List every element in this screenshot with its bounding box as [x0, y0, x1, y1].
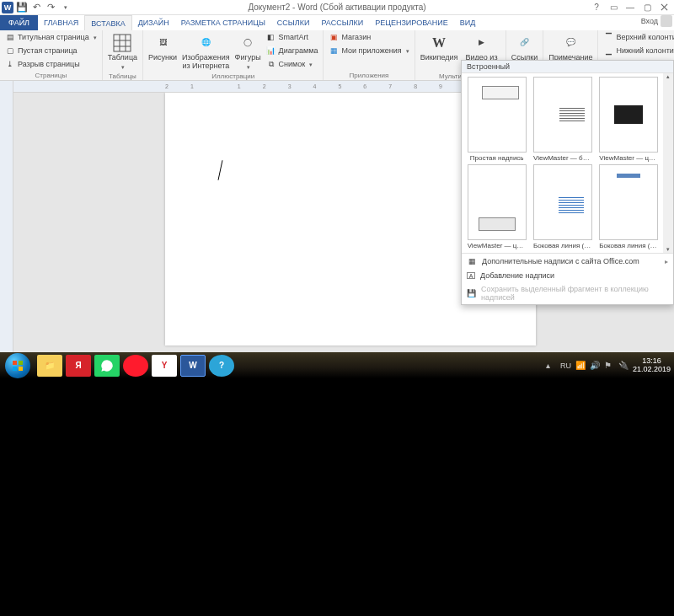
draw-textbox-icon: A [467, 272, 475, 279]
chart-button[interactable]: 📊Диаграмма [265, 46, 320, 57]
group-tables-label: Таблицы [106, 72, 139, 81]
wikipedia-button[interactable]: WВикипедия [419, 32, 460, 64]
wikipedia-icon: W [430, 34, 448, 52]
tab-design[interactable]: ДИЗАЙН [132, 15, 175, 30]
gallery-item-viewmaster-quote-2[interactable]: ViewMaster — цитата... [465, 164, 528, 249]
footer-button[interactable]: ▁Нижний колонтитул [602, 46, 674, 57]
chart-icon: 📊 [266, 46, 276, 56]
svg-rect-9 [19, 361, 23, 365]
online-picture-icon: 🌐 [196, 34, 215, 52]
taskbar-yabrowser[interactable]: Y [152, 355, 177, 377]
minimize-button[interactable]: — [622, 2, 639, 13]
apps-icon: ▦ [329, 46, 339, 56]
text-cursor [218, 160, 223, 180]
gallery-item-viewmaster-quote[interactable]: ViewMaster — цитата... [597, 77, 661, 162]
save-gallery-icon: 💾 [467, 288, 476, 298]
video-icon: ▶ [473, 34, 491, 52]
taskbar-whatsapp[interactable] [94, 355, 120, 377]
tab-layout[interactable]: РАЗМЕТКА СТРАНИЦЫ [175, 15, 271, 30]
vertical-ruler[interactable] [0, 81, 13, 363]
group-pages-label: Страницы [3, 72, 99, 80]
group-illustrations-label: Иллюстрации [147, 72, 319, 81]
smartart-icon: ◧ [266, 33, 276, 43]
tab-review[interactable]: РЕЦЕНЗИРОВАНИЕ [369, 15, 454, 30]
smartart-button[interactable]: ◧SmartArt [265, 32, 320, 44]
gallery-draw-textbox[interactable]: AДобавление надписи [462, 269, 673, 282]
online-pictures-button[interactable]: 🌐Изображения из Интернета [180, 32, 232, 72]
my-apps-button[interactable]: ▦Мои приложения [327, 46, 410, 57]
tray-power-icon[interactable]: 🔌 [618, 361, 629, 371]
windows-taskbar: 📁 Я Y W ? ▴ RU 📶 🔊 ⚑ 🔌 13:16 21.02.2019 [0, 352, 674, 378]
tab-view[interactable]: ВИД [454, 15, 482, 30]
qat-undo[interactable]: ↶ [30, 2, 42, 13]
gallery-item-viewmaster-side[interactable]: ViewMaster — боков... [531, 77, 594, 162]
tab-references[interactable]: ССЫЛКИ [271, 15, 316, 30]
ribbon-tabs: ФАЙЛ ГЛАВНАЯ ВСТАВКА ДИЗАЙН РАЗМЕТКА СТР… [0, 15, 674, 30]
avatar[interactable] [661, 15, 672, 27]
tray-language[interactable]: RU [560, 362, 571, 370]
screenshot-button[interactable]: ⧉Снимок [265, 59, 320, 71]
gallery-item-sideline-side[interactable]: Боковая линия (Боко... [531, 164, 594, 249]
svg-rect-8 [13, 361, 17, 365]
tray-sound-icon[interactable]: 🔊 [590, 361, 600, 371]
comment-icon: 💬 [561, 34, 580, 52]
svg-rect-2 [114, 35, 131, 51]
textbox-gallery: Встроенный Простая надпись ViewMaster — … [461, 60, 674, 305]
tray-show-hidden[interactable]: ▴ [546, 361, 556, 371]
link-icon: 🔗 [515, 34, 533, 52]
store-button[interactable]: ▣Магазин [327, 32, 410, 44]
picture-icon: 🖼 [153, 34, 172, 52]
table-button[interactable]: Таблица [106, 32, 139, 72]
maximize-button[interactable]: ▢ [639, 2, 655, 13]
office-icon: ▦ [467, 256, 477, 266]
gallery-more-office[interactable]: ▦Дополнительные надписи с сайта Office.c… [462, 254, 673, 269]
tray-network-icon[interactable]: 📶 [575, 361, 586, 371]
taskbar-word[interactable]: W [180, 355, 206, 377]
gallery-save-selection: 💾Сохранить выделенный фрагмент в коллекц… [462, 282, 673, 304]
close-button[interactable] [655, 2, 672, 13]
word-logo: W [2, 2, 13, 13]
taskbar-opera[interactable] [123, 355, 148, 377]
shapes-icon: ◯ [238, 34, 257, 52]
gallery-header: Встроенный [462, 61, 673, 73]
table-icon [113, 34, 131, 52]
start-button[interactable] [5, 353, 30, 378]
pictures-button[interactable]: 🖼Рисунки [147, 32, 179, 64]
tab-mailings[interactable]: РАССЫЛКИ [315, 15, 369, 30]
page-break-button[interactable]: ⤓Разрыв страницы [3, 59, 99, 71]
header-button[interactable]: ▔Верхний колонтитул [602, 32, 674, 44]
blank-page-icon: ▢ [5, 46, 15, 56]
header-icon: ▔ [603, 33, 613, 43]
cover-page-button[interactable]: ▤Титульная страница [3, 32, 99, 44]
gallery-item-sideline-quote[interactable]: Боковая линия (цита... [597, 164, 661, 249]
taskbar-yandex[interactable]: Я [66, 355, 91, 377]
tray-clock[interactable]: 13:16 21.02.2019 [633, 357, 671, 374]
qat-redo[interactable]: ↷ [45, 2, 56, 13]
qat-save[interactable]: 💾 [16, 2, 28, 13]
ribbon-options-button[interactable]: ▭ [605, 2, 622, 13]
page-icon: ▤ [5, 33, 15, 43]
gallery-scrollbar[interactable]: ▴▾ [663, 73, 673, 253]
qat-customize[interactable] [59, 2, 71, 13]
gallery-item-simple[interactable]: Простая надпись [465, 77, 528, 162]
screenshot-icon: ⧉ [266, 60, 276, 70]
taskbar-explorer[interactable]: 📁 [37, 355, 62, 377]
break-icon: ⤓ [5, 60, 15, 70]
group-apps-label: Приложения [327, 72, 410, 80]
tab-home[interactable]: ГЛАВНАЯ [38, 15, 84, 30]
footer-icon: ▁ [603, 46, 613, 56]
svg-rect-10 [13, 367, 17, 371]
titlebar: W 💾 ↶ ↷ Документ2 - Word (Сбой активации… [0, 0, 674, 15]
help-button[interactable]: ? [588, 2, 605, 13]
shapes-button[interactable]: ◯Фигуры [233, 32, 263, 72]
signin-label[interactable]: Вход [641, 17, 658, 25]
tab-insert[interactable]: ВСТАВКА [84, 15, 131, 30]
taskbar-help[interactable]: ? [209, 355, 234, 377]
blank-page-button[interactable]: ▢Пустая страница [3, 46, 99, 57]
svg-rect-11 [19, 367, 23, 371]
store-icon: ▣ [329, 33, 339, 43]
tab-file[interactable]: ФАЙЛ [0, 15, 38, 30]
window-title: Документ2 - Word (Сбой активации продукт… [248, 3, 425, 12]
blank-area [0, 378, 674, 616]
tray-action-icon[interactable]: ⚑ [604, 361, 614, 371]
